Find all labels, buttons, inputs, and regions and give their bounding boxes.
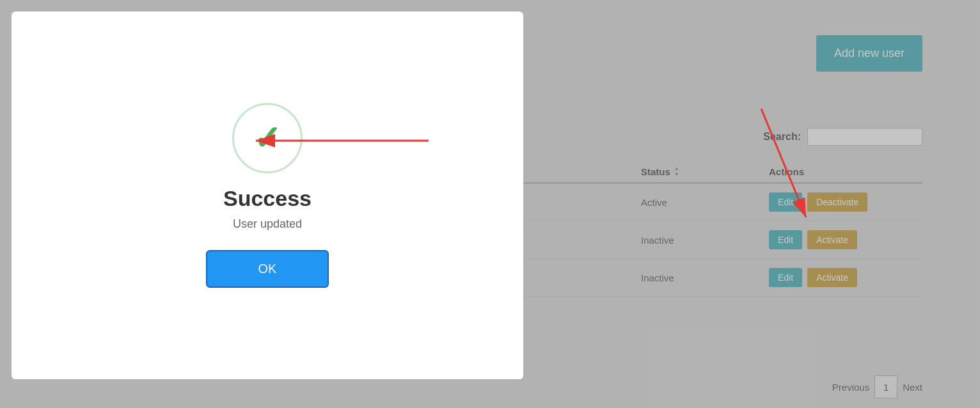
success-modal: ✓ Success User updated OK <box>12 12 523 379</box>
checkmark-icon: ✓ <box>253 122 281 155</box>
modal-title: Success <box>223 186 312 211</box>
ok-button[interactable]: OK <box>206 250 329 288</box>
modal-message: User updated <box>233 217 302 231</box>
success-circle: ✓ <box>232 103 303 173</box>
page-background: Add new user Search: Status Actions wo A… <box>0 0 980 408</box>
